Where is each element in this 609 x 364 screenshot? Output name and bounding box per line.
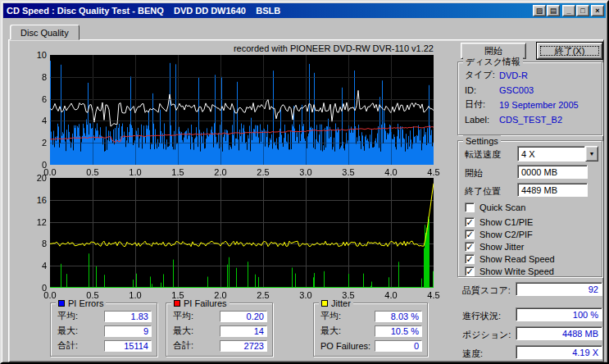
pi-errors-chart bbox=[50, 55, 434, 165]
speed-select[interactable]: 4 X ▼ bbox=[517, 146, 598, 162]
x-tick-label: 0.5 bbox=[82, 167, 103, 177]
stat-value: 15114 bbox=[104, 340, 152, 352]
app-window: CD Speed : Disc Quality Test - BENQ DVD … bbox=[0, 0, 609, 364]
settings-title: Settings bbox=[463, 135, 501, 146]
settings-group: Settings 転送速度 4 X ▼ 開始 0000 MB 終了位置 4489… bbox=[457, 140, 602, 277]
stat-value: 14 bbox=[220, 325, 267, 337]
x-tick-label: 3.0 bbox=[295, 290, 316, 300]
y-tick-label: 6 bbox=[20, 94, 47, 104]
quality-score-label: 品質スコア: bbox=[462, 284, 511, 297]
x-tick-label: 0.0 bbox=[39, 290, 61, 300]
close-button[interactable]: × bbox=[591, 5, 604, 16]
disc-quality-panel: recorded with PIONEER DVD-RW DVR-110 v1.… bbox=[8, 39, 604, 362]
stat-label: PO Failures: bbox=[320, 341, 370, 351]
stat-value: 8.03 % bbox=[375, 311, 422, 322]
y-tick-label: 12 bbox=[20, 217, 47, 227]
y-tick-label: 2 bbox=[20, 138, 47, 148]
checkbox-box[interactable]: ✓ bbox=[465, 217, 475, 227]
position-label: ポジション: bbox=[462, 329, 511, 341]
checkbox-show-c1-pie[interactable]: ✓ Show C1/PIE bbox=[465, 217, 533, 227]
titlebar-grid-icon[interactable]: ▤ bbox=[547, 5, 560, 16]
checkbox-show-c2-pif[interactable]: ✓ Show C2/PIF bbox=[465, 230, 533, 239]
y-tick-label: 8 bbox=[20, 239, 47, 248]
exit-button-label: 終了(X) bbox=[555, 45, 585, 57]
y-tick-label: 16 bbox=[20, 195, 47, 205]
chevron-down-icon[interactable]: ▼ bbox=[585, 146, 598, 162]
stat-row: 最大: 14 bbox=[173, 325, 267, 337]
exit-button[interactable]: 終了(X) bbox=[537, 43, 602, 59]
jitter-group: Jitter 平均: 8.03 % 最大: 10.5 % PO Failures… bbox=[313, 303, 428, 357]
disc-date-label: 日付: bbox=[465, 98, 499, 111]
stat-value: 0 bbox=[375, 340, 422, 352]
stat-row: 合計: 15114 bbox=[57, 339, 152, 352]
stat-value: 1.83 bbox=[104, 311, 152, 322]
speed-label: 転送速度 bbox=[465, 148, 501, 161]
position-value: 4488 MB bbox=[516, 326, 602, 340]
start-position-field[interactable]: 0000 MB bbox=[517, 165, 588, 179]
x-tick-label: 2.5 bbox=[252, 290, 274, 300]
tab-disc-quality[interactable]: Disc Quality bbox=[10, 25, 80, 40]
stat-row: 合計: 2723 bbox=[173, 339, 267, 352]
y-tick-label: 10 bbox=[20, 50, 47, 60]
checkbox-quick-scan[interactable]: Quick Scan bbox=[465, 202, 525, 212]
stat-label: 合計: bbox=[173, 339, 193, 352]
pi-errors-color-swatch bbox=[58, 300, 65, 307]
x-tick-label: 0.5 bbox=[82, 290, 103, 300]
checkbox-box[interactable]: ✓ bbox=[465, 254, 475, 264]
stat-row: 平均: 1.83 bbox=[57, 310, 152, 322]
x-tick-label: 1.0 bbox=[125, 167, 146, 177]
titlebar-chart-icon[interactable]: ▨ bbox=[533, 5, 546, 16]
disc-info-row-date: 日付: 19 September 2005 bbox=[465, 98, 597, 111]
x-tick-label: 2.0 bbox=[210, 290, 231, 300]
stat-value: 2723 bbox=[220, 340, 267, 352]
checkbox-box[interactable]: ✓ bbox=[465, 230, 475, 239]
checkbox-box[interactable] bbox=[465, 202, 475, 212]
checkbox-show-jitter[interactable]: ✓ Show Jitter bbox=[465, 242, 524, 252]
y-tick-label: 8 bbox=[20, 72, 47, 82]
disc-info-group: ディスク情報 タイプ: DVD-R ID: GSC003 日付: 19 Sept… bbox=[457, 61, 602, 135]
stat-row: 平均: 8.03 % bbox=[320, 310, 422, 322]
x-tick-label: 4.5 bbox=[423, 290, 444, 300]
x-tick-label: 1.0 bbox=[125, 290, 146, 300]
disc-date-value: 19 September 2005 bbox=[499, 100, 579, 110]
progress-label: 進行状況: bbox=[462, 310, 501, 322]
pi-errors-group: PI Errors 平均: 1.83 最大: 9 合計: 15114 bbox=[50, 303, 157, 357]
checkbox-label: Show C1/PIE bbox=[479, 217, 533, 227]
checkbox-label: Quick Scan bbox=[479, 202, 525, 212]
minimize-button[interactable]: _ bbox=[562, 5, 575, 16]
x-tick-label: 3.5 bbox=[338, 290, 359, 300]
disc-type-label: タイプ: bbox=[465, 69, 499, 81]
start-position-label: 開始 bbox=[465, 167, 483, 180]
x-tick-label: 2.0 bbox=[210, 167, 231, 177]
end-position-field[interactable]: 4489 MB bbox=[517, 183, 588, 197]
stat-value: 10.5 % bbox=[375, 325, 422, 337]
disc-info-row-id: ID: GSC003 bbox=[465, 84, 597, 96]
stat-label: 平均: bbox=[57, 310, 78, 322]
x-tick-label: 4.0 bbox=[380, 290, 402, 300]
disc-id-label: ID: bbox=[465, 85, 499, 95]
speed-status-value: 4.19 X bbox=[516, 345, 602, 359]
stat-row: 平均: 0.20 bbox=[173, 310, 267, 322]
tab-label: Disc Quality bbox=[20, 28, 69, 38]
checkbox-label: Show Jitter bbox=[479, 242, 524, 252]
stat-row: 最大: 10.5 % bbox=[320, 325, 422, 337]
checkbox-show-write-speed[interactable]: ✓ Show Write Speed bbox=[465, 266, 554, 276]
checkbox-box[interactable]: ✓ bbox=[465, 266, 475, 276]
stat-label: 平均: bbox=[320, 310, 341, 322]
x-tick-label: 1.5 bbox=[167, 290, 189, 300]
stat-label: 最大: bbox=[173, 325, 193, 337]
checkbox-show-read-speed[interactable]: ✓ Show Read Speed bbox=[465, 254, 555, 264]
checkbox-label: Show Read Speed bbox=[479, 254, 555, 264]
pi-failures-group: PI Failures 平均: 0.20 最大: 14 合計: 2723 bbox=[166, 303, 273, 357]
stat-label: 最大: bbox=[320, 325, 341, 337]
titlebar[interactable]: CD Speed : Disc Quality Test - BENQ DVD … bbox=[3, 3, 606, 18]
checkbox-label: Show C2/PIF bbox=[479, 230, 533, 239]
checkbox-box[interactable]: ✓ bbox=[465, 242, 475, 252]
x-tick-label: 4.5 bbox=[423, 167, 444, 177]
x-tick-label: 1.5 bbox=[167, 167, 189, 177]
speed-select-value: 4 X bbox=[517, 146, 585, 162]
x-tick-label: 2.5 bbox=[252, 167, 274, 177]
maximize-button[interactable]: □ bbox=[576, 5, 589, 16]
x-tick-label: 3.0 bbox=[295, 167, 316, 177]
recorded-with-text: recorded with PIONEER DVD-RW DVR-110 v1.… bbox=[50, 43, 434, 53]
